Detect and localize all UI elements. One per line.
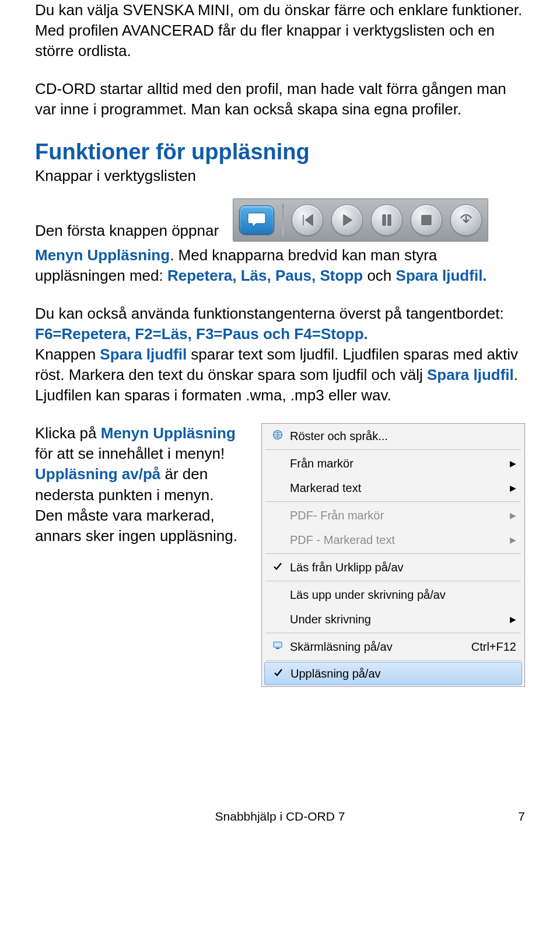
- menu-item[interactable]: Från markör▶: [262, 451, 524, 476]
- submenu-arrow-icon: ▶: [510, 535, 516, 545]
- command-list: Repetera, Läs, Paus, Stopp: [167, 267, 363, 284]
- submenu-arrow-icon: ▶: [510, 615, 516, 624]
- menu-item: PDF - Markerad text▶: [262, 528, 524, 552]
- section-subhead: Knappar i verktygslisten: [35, 166, 525, 186]
- menu-item[interactable]: Markerad text▶: [262, 476, 524, 500]
- menu-item-label: Markerad text: [286, 482, 510, 495]
- menu-item[interactable]: Uppläsning på/av: [264, 662, 522, 685]
- menu-item-label: Skärmläsning på/av: [286, 640, 460, 654]
- stop-button[interactable]: [411, 204, 442, 236]
- menu-separator: [265, 660, 521, 661]
- speech-menu-button[interactable]: [239, 205, 274, 235]
- menu-item[interactable]: Under skrivning▶: [262, 607, 524, 631]
- menu-separator: [265, 553, 521, 554]
- toolbar-divider: [282, 204, 284, 236]
- page-footer: Snabbhjälp i CD-ORD 7 7: [35, 810, 525, 824]
- svg-rect-1: [388, 215, 391, 225]
- svg-rect-5: [276, 648, 279, 649]
- section-heading: Funktioner för uppläsning: [35, 139, 525, 165]
- save-audio-button[interactable]: [450, 204, 482, 236]
- menu-item-label: Uppläsning på/av: [287, 667, 513, 681]
- download-audio-icon: [459, 212, 474, 228]
- save-audio-label: Spara ljudfil.: [396, 267, 487, 284]
- function-keys-paragraph: Du kan också använda funktionstangentern…: [35, 303, 525, 406]
- skip-back-icon: [300, 212, 315, 228]
- menu-item-label: Röster och språk...: [286, 430, 516, 443]
- menu-item-label: Läs upp under skrivning på/av: [286, 588, 516, 602]
- reading-toolbar: [233, 198, 488, 242]
- menu-separator: [265, 449, 521, 450]
- intro-paragraph-1: Du kan välja SVENSKA MINI, om du önskar …: [35, 0, 525, 61]
- menu-name: Menyn Uppläsning: [35, 246, 170, 264]
- submenu-arrow-icon: ▶: [510, 483, 516, 493]
- menu-separator: [265, 581, 521, 581]
- menu-item[interactable]: Skärmläsning på/avCtrl+F12: [262, 634, 524, 659]
- menu-item-label: Läs från Urklipp på/av: [286, 561, 516, 574]
- play-icon: [340, 212, 355, 228]
- svg-rect-2: [422, 215, 431, 225]
- svg-rect-0: [383, 215, 386, 225]
- stop-icon: [419, 212, 434, 228]
- repeat-button[interactable]: [292, 204, 323, 236]
- speech-bubble-icon: [247, 211, 267, 229]
- globe-icon: [272, 430, 283, 443]
- play-button[interactable]: [331, 204, 363, 236]
- menu-instructions: Klicka på Menyn Uppläsning för att se in…: [35, 423, 245, 546]
- menu-separator: [265, 501, 521, 502]
- check-icon: [273, 667, 284, 681]
- reading-menu: Röster och språk...Från markör▶Markerad …: [261, 423, 525, 687]
- check-icon: [272, 561, 283, 574]
- pause-button[interactable]: [371, 204, 402, 236]
- menu-item-label: Från markör: [286, 457, 510, 470]
- menu-item: PDF- Från markör▶: [262, 503, 524, 528]
- menu-separator: [265, 633, 521, 633]
- toolbar-caption: Den första knappen öppnar: [35, 221, 219, 241]
- menu-item-label: PDF - Markerad text: [286, 533, 510, 547]
- menu-item[interactable]: Läs från Urklipp på/av: [262, 555, 524, 580]
- menu-item[interactable]: Läs upp under skrivning på/av: [262, 582, 524, 607]
- submenu-arrow-icon: ▶: [510, 511, 516, 520]
- menu-item-label: Under skrivning: [286, 613, 510, 626]
- page-number: 7: [502, 810, 525, 824]
- submenu-arrow-icon: ▶: [510, 459, 516, 468]
- intro-paragraph-2: CD-ORD startar alltid med den profil, ma…: [35, 79, 525, 120]
- menu-item-label: PDF- Från markör: [286, 509, 510, 522]
- svg-rect-4: [274, 642, 282, 647]
- footer-title: Snabbhjälp i CD-ORD 7: [58, 810, 502, 824]
- monitor-icon: [272, 640, 283, 654]
- function-keys: F6=Repetera, F2=Läs, F3=Paus och F4=Stop…: [35, 325, 368, 343]
- menu-shortcut: Ctrl+F12: [460, 640, 516, 654]
- pause-icon: [379, 212, 394, 228]
- menu-item[interactable]: Röster och språk...: [262, 424, 524, 448]
- menu-description: Menyn Uppläsning. Med knapparna bredvid …: [35, 245, 525, 286]
